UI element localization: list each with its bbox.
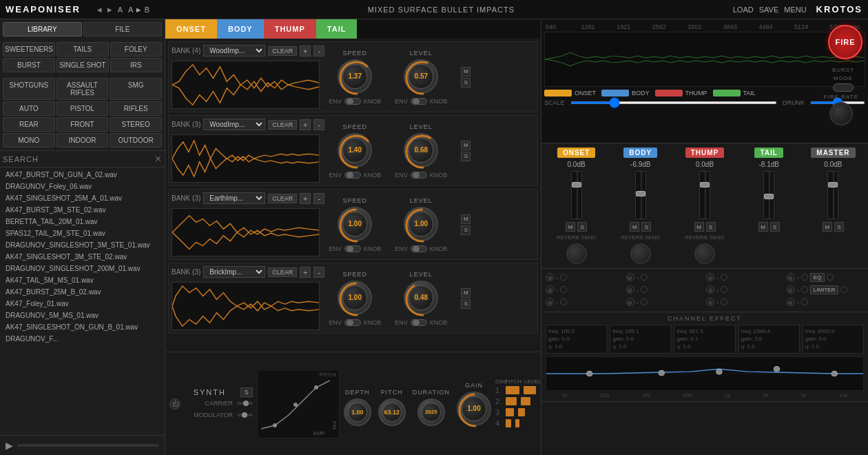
fx-power-3c[interactable]: ⏻	[706, 298, 714, 306]
playback-progress[interactable]	[17, 444, 159, 447]
a-button[interactable]: A	[115, 4, 125, 15]
list-item[interactable]: AK47_Foley_01.wav	[0, 298, 165, 310]
speed-knob-2[interactable]: 1.40	[338, 133, 372, 168]
list-item[interactable]: AK47_BURST_ON_GUN_A_02.wav	[0, 169, 165, 181]
m-btn-3[interactable]: M	[461, 214, 471, 224]
level-toggle-1[interactable]	[411, 98, 427, 105]
burst-btn[interactable]: BURST	[3, 58, 55, 72]
list-item[interactable]: AK47_SINGLESHOT_ON_GUN_B_01.wav	[0, 321, 165, 333]
speed-knob-1[interactable]: 1.37	[338, 59, 372, 94]
ab-button[interactable]: A ► B	[125, 4, 152, 15]
tails-btn[interactable]: TAILS	[56, 42, 108, 57]
speed-knob-4[interactable]: 1.00	[338, 281, 372, 315]
bank-name-select-1[interactable]: WoodImp...	[203, 45, 265, 57]
thump-s-btn[interactable]: S	[706, 222, 716, 232]
pistol-btn[interactable]: PISTOL	[56, 101, 109, 116]
thump-fader-handle[interactable]	[700, 182, 710, 188]
smg-btn[interactable]: SMG	[110, 78, 162, 100]
s-btn-1[interactable]: S	[461, 78, 471, 88]
bank-clear-btn-1[interactable]: CLEAR	[268, 46, 297, 56]
list-item[interactable]: AK47_BURST_25M_B_02.wav	[0, 286, 165, 298]
onset-reverb-knob[interactable]	[566, 243, 587, 264]
rifles-btn[interactable]: RIFLES	[110, 101, 162, 116]
master-fader[interactable]	[827, 171, 838, 219]
bank-add-btn-2[interactable]: +	[300, 119, 311, 130]
bank-minus-btn-1[interactable]: -	[313, 46, 324, 57]
fx-power-1c[interactable]: ⏻	[706, 273, 714, 281]
fx-power-3b[interactable]: ⏻	[626, 298, 634, 306]
burst-mode-toggle[interactable]	[833, 83, 854, 92]
fx-dot-1d[interactable]	[801, 274, 808, 281]
onset-m-btn[interactable]: M	[566, 222, 575, 232]
fx-dot-2d2[interactable]	[840, 286, 847, 293]
fx-power-1a[interactable]: ⏻	[546, 273, 554, 281]
rear-btn[interactable]: REAR	[3, 117, 55, 132]
body-s-btn[interactable]: S	[641, 222, 651, 232]
thump-reverb-knob[interactable]	[694, 243, 715, 264]
load-button[interactable]: LOAD	[730, 4, 756, 15]
fx-dot-2d[interactable]	[801, 286, 808, 293]
thump-tab[interactable]: THUMP	[264, 19, 316, 39]
fx-dot-1c[interactable]	[721, 274, 727, 281]
outdoor-btn[interactable]: OUTDOOR	[110, 133, 162, 148]
pitch-knob[interactable]: 63.12	[378, 398, 406, 426]
eq-tag[interactable]: EQ	[810, 273, 825, 282]
shotguns-btn[interactable]: SHOTGUNS	[3, 78, 55, 100]
play-button[interactable]: ▶	[6, 440, 13, 451]
tail-tab[interactable]: TAIL	[316, 19, 358, 39]
modulator-slider[interactable]	[237, 414, 253, 416]
body-tab[interactable]: BODY	[217, 19, 264, 39]
tail-m-btn[interactable]: M	[758, 222, 768, 232]
synth-power-btn[interactable]: ⏻	[169, 398, 180, 410]
s-btn-3[interactable]: S	[461, 225, 471, 235]
fx-dot-2b[interactable]	[641, 286, 648, 293]
body-fader[interactable]	[635, 171, 646, 219]
bank-add-btn-3[interactable]: +	[300, 193, 311, 204]
tail-s-btn[interactable]: S	[770, 222, 780, 232]
body-fader-handle[interactable]	[636, 191, 645, 196]
s-btn-4[interactable]: S	[461, 299, 471, 309]
m-btn-4[interactable]: M	[461, 288, 471, 298]
list-item[interactable]: AK47_BURST_3M_STE_02.wav	[0, 204, 165, 216]
fx-dot-2c[interactable]	[721, 286, 727, 293]
search-clear-button[interactable]: ✕	[154, 154, 162, 164]
mono-btn[interactable]: MONO	[3, 133, 55, 148]
fx-power-2c[interactable]: ⏻	[706, 285, 714, 294]
fx-power-2d[interactable]: ⏻	[787, 285, 795, 294]
body-reverb-knob[interactable]	[630, 243, 651, 264]
list-item[interactable]: DRAGUNOV_F...	[0, 333, 165, 345]
scale-slider[interactable]	[570, 101, 777, 104]
fx-dot-3c[interactable]	[721, 299, 727, 305]
list-item[interactable]: AK47_SINGLESHOT_25M_A_01.wav	[0, 192, 165, 204]
fx-dot-1a[interactable]	[560, 274, 567, 281]
bank-add-btn-1[interactable]: +	[300, 46, 311, 57]
depth-knob[interactable]: 1.00	[344, 398, 371, 426]
thump-m-btn[interactable]: M	[694, 222, 704, 232]
fx-dot-3b[interactable]	[641, 299, 648, 305]
bank-clear-btn-3[interactable]: CLEAR	[268, 194, 297, 203]
bank-minus-btn-3[interactable]: -	[313, 193, 324, 204]
list-item[interactable]: AK47_TAIL_5M_MS_01.wav	[0, 274, 165, 286]
fx-dot-3a[interactable]	[560, 299, 567, 305]
limiter-tag[interactable]: LIMITER	[810, 285, 839, 294]
bank-minus-btn-2[interactable]: -	[313, 119, 324, 130]
thump-fader[interactable]	[699, 171, 710, 219]
fx-power-3a[interactable]: ⏻	[546, 298, 554, 306]
bank-name-select-3[interactable]: EarthImp...	[203, 192, 265, 204]
level-knob-3[interactable]: 1.00	[404, 207, 438, 241]
onset-fader-handle[interactable]	[572, 182, 581, 188]
irs-btn[interactable]: IRS	[110, 58, 163, 72]
m-btn-1[interactable]: M	[461, 67, 471, 77]
next-button[interactable]: ►	[106, 6, 114, 14]
gain-knob[interactable]: 1.00	[457, 392, 491, 426]
bank-name-select-2[interactable]: WoodImp...	[203, 119, 265, 130]
fx-power-1b[interactable]: ⏻	[626, 273, 634, 281]
master-s-btn[interactable]: S	[834, 222, 844, 232]
fx-power-1d[interactable]: ⏻	[787, 273, 795, 281]
list-item[interactable]: DRAGUNOV_SINGLESHOT_200M_01.wav	[0, 263, 165, 274]
sweeteners-btn[interactable]: SWEETENERS	[3, 42, 55, 57]
file-tab[interactable]: FILE	[83, 22, 163, 37]
front-btn[interactable]: FRONT	[56, 117, 109, 132]
duration-knob[interactable]: 2025	[417, 398, 445, 426]
prev-button[interactable]: ◄	[96, 6, 103, 14]
